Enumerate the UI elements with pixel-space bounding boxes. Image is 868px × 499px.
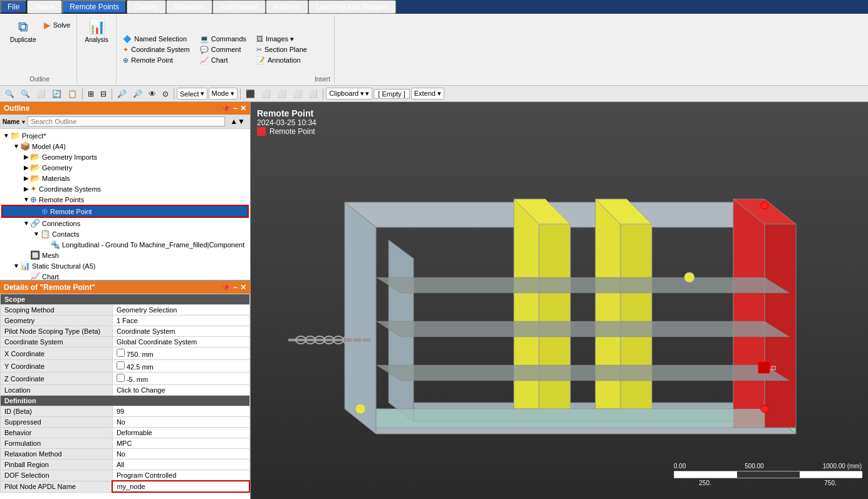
tree-remote-points[interactable]: ▼ ⊕ Remote Points bbox=[1, 194, 249, 205]
svg-marker-20 bbox=[376, 365, 790, 381]
tree-geometry[interactable]: ▶ 📂 Geometry bbox=[1, 162, 249, 173]
toggle-connections[interactable]: ▼ bbox=[23, 220, 30, 227]
tree-geo-imports[interactable]: ▶ 📂 Geometry Imports bbox=[1, 152, 249, 162]
tree-chart[interactable]: 📈 Chart bbox=[1, 271, 249, 280]
solve-button[interactable]: ▶ Solve bbox=[41, 19, 73, 31]
extend-dropdown[interactable]: Extend ▾ bbox=[411, 88, 444, 100]
toggle-geometry[interactable]: ▶ bbox=[23, 164, 30, 171]
details-controls: 📌 − ✕ bbox=[221, 283, 246, 292]
select-dropdown[interactable]: Select ▾ bbox=[177, 88, 207, 100]
outline-minimize[interactable]: − bbox=[233, 104, 238, 113]
details-pin[interactable]: 📌 bbox=[221, 283, 231, 292]
tree-remote-point-selected[interactable]: ⊕ Remote Point bbox=[1, 205, 249, 218]
zoom-in-btn[interactable]: 🔍 bbox=[3, 88, 17, 100]
comment-label: Comment bbox=[211, 46, 241, 53]
zoom-out-btn[interactable]: 🔍 bbox=[18, 88, 33, 100]
section-plane-button[interactable]: ✂ Section Plane bbox=[254, 44, 310, 55]
menu-file[interactable]: File bbox=[0, 0, 27, 14]
toggle-contacts[interactable]: ▼ bbox=[33, 230, 40, 237]
details-key: Formulation bbox=[1, 438, 113, 449]
analysis-button[interactable]: 📊 Analysis bbox=[81, 16, 112, 46]
tree-model[interactable]: ▼ 📦 Model (A4) bbox=[1, 141, 249, 152]
toolbar-view3[interactable]: ⬜ bbox=[275, 88, 289, 100]
coord-checkbox[interactable] bbox=[117, 374, 125, 382]
svg-point-30 bbox=[355, 404, 365, 414]
longitudinal-label: Longitudinal - Ground To Machine_Frame_f… bbox=[62, 241, 244, 249]
menu-home[interactable]: Home bbox=[27, 0, 62, 14]
toggle-geo-imports[interactable]: ▶ bbox=[23, 153, 30, 160]
clipboard-dropdown[interactable]: Clipboard ▾ ▾ bbox=[326, 88, 372, 100]
images-icon: 🖼 bbox=[256, 35, 263, 43]
menu-selection[interactable]: Selection bbox=[166, 0, 212, 14]
annotation-button[interactable]: 📝 Annotation bbox=[254, 55, 310, 66]
details-row: FormulationMPC bbox=[1, 438, 250, 449]
coordinate-system-button[interactable]: ✦ Coordinate System bbox=[120, 44, 192, 55]
outline-close[interactable]: ✕ bbox=[240, 104, 246, 113]
toolbar-view5[interactable]: ⬜ bbox=[306, 88, 320, 100]
tree-static-structural[interactable]: ▼ 📊 Static Structural (A5) bbox=[1, 260, 249, 271]
toggle-static-structural[interactable]: ▼ bbox=[13, 262, 20, 269]
zoom-btn[interactable]: 🔎 bbox=[115, 88, 129, 100]
view-btn[interactable]: 👁 bbox=[146, 88, 159, 100]
toolbar-view4[interactable]: ⬜ bbox=[290, 88, 305, 100]
rotate-btn[interactable]: 🔄 bbox=[50, 88, 64, 100]
tree-materials[interactable]: ▶ 📂 Materials bbox=[1, 173, 249, 183]
menu-addons[interactable]: Add-ons bbox=[266, 0, 309, 14]
zoom2-btn[interactable]: 🔎 bbox=[130, 88, 145, 100]
tree-coord-sys[interactable]: ▶ ✦ Coordinate Systems bbox=[1, 183, 249, 194]
menu-automation[interactable]: Automation bbox=[212, 0, 266, 14]
search-sort-btn[interactable]: ▲▼ bbox=[227, 116, 248, 127]
ribbon-col-named: 🔷 Named Selection ✦ Coordinate System ⊕ … bbox=[120, 34, 192, 66]
fit2-btn[interactable]: ⊟ bbox=[98, 88, 109, 100]
images-button[interactable]: 🖼 Images ▾ bbox=[254, 34, 310, 44]
toggle-materials[interactable]: ▶ bbox=[23, 175, 30, 182]
outline-search-box[interactable] bbox=[28, 116, 225, 126]
details-row: Pilot Node Scoping Type (Beta)Coordinate… bbox=[1, 326, 250, 337]
toolbar-view1[interactable]: ⬛ bbox=[243, 88, 258, 100]
tree-longitudinal[interactable]: 🔩 Longitudinal - Ground To Machine_Frame… bbox=[1, 239, 249, 250]
copy-btn[interactable]: 📋 bbox=[65, 88, 80, 100]
remote-point-icon: ⊕ bbox=[123, 56, 128, 64]
tree-project[interactable]: ▼ 📁 Project* bbox=[1, 130, 249, 141]
toggle-remote-points[interactable]: ▼ bbox=[23, 196, 30, 203]
details-row: Scoping MethodGeometry Selection bbox=[1, 305, 250, 316]
scale-seg3 bbox=[800, 471, 862, 478]
remote-point-button[interactable]: ⊕ Remote Point bbox=[120, 55, 192, 66]
chart-tree-icon: 📈 bbox=[30, 272, 40, 280]
view-box-btn[interactable]: ⬜ bbox=[34, 88, 48, 100]
named-selection-label: Named Selection bbox=[134, 35, 187, 43]
tree-mesh[interactable]: 🔲 Mesh bbox=[1, 250, 249, 260]
comment-button[interactable]: 💬 Comment bbox=[197, 44, 249, 55]
chart-label: Chart bbox=[42, 273, 59, 280]
details-row: LocationClick to Change bbox=[1, 385, 250, 396]
tree-connections[interactable]: ▼ 🔗 Connections bbox=[1, 218, 249, 229]
view2-btn[interactable]: ⊙ bbox=[160, 88, 171, 100]
chart-button[interactable]: 📈 Chart bbox=[197, 55, 249, 66]
fit-btn[interactable]: ⊞ bbox=[85, 88, 97, 100]
toggle-coord-sys[interactable]: ▶ bbox=[23, 185, 30, 192]
toggle-model[interactable]: ▼ bbox=[13, 143, 20, 150]
named-selection-button[interactable]: 🔷 Named Selection bbox=[120, 34, 192, 44]
duplicate-button[interactable]: ⧉ Duplicate bbox=[6, 16, 40, 46]
menu-remote-points[interactable]: Remote Points bbox=[62, 0, 127, 14]
details-value: 99 bbox=[112, 406, 249, 417]
menu-learning[interactable]: Learning and Support bbox=[308, 0, 395, 14]
coord-checkbox[interactable] bbox=[117, 349, 125, 357]
chart-label: Chart bbox=[211, 56, 228, 64]
outline-pin[interactable]: 📌 bbox=[221, 104, 231, 113]
tree-contacts[interactable]: ▼ 📋 Contacts bbox=[1, 229, 249, 239]
svg-point-35 bbox=[761, 405, 768, 413]
details-key: Pilot Node APDL Name bbox=[1, 481, 113, 492]
commands-button[interactable]: 💻 Commands bbox=[197, 34, 249, 44]
coord-checkbox[interactable] bbox=[117, 361, 125, 369]
details-minimize[interactable]: − bbox=[233, 283, 238, 292]
tree: ▼ 📁 Project* ▼ 📦 Model (A4) ▶ 📂 Geometry bbox=[0, 129, 250, 280]
menu-display[interactable]: Display bbox=[127, 0, 166, 14]
toolbar-view2[interactable]: ⬜ bbox=[259, 88, 273, 100]
toggle-project[interactable]: ▼ bbox=[3, 132, 10, 139]
details-close[interactable]: ✕ bbox=[240, 283, 246, 292]
details-key: Location bbox=[1, 385, 113, 396]
search-input[interactable] bbox=[31, 118, 222, 125]
mode-dropdown[interactable]: Mode ▾ bbox=[209, 88, 238, 100]
coordinate-system-icon: ✦ bbox=[123, 46, 128, 54]
